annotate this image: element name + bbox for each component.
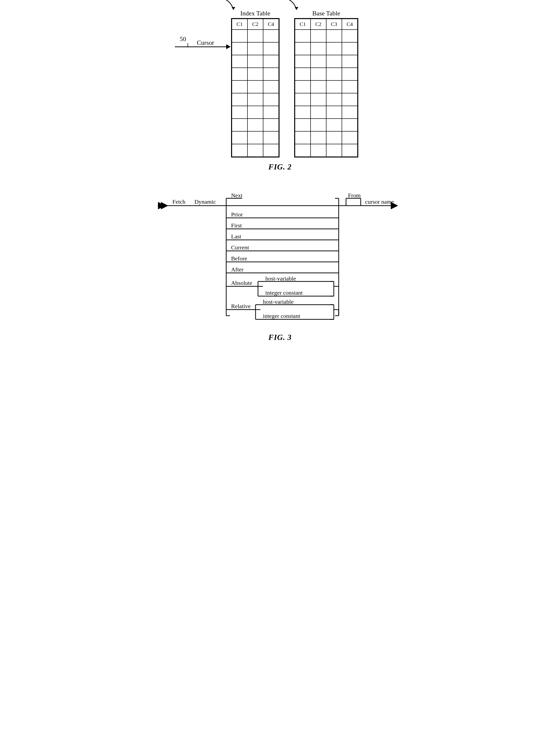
index-table: C1C2C4: [231, 18, 280, 157]
figure-2: 60 50 Cursor Index Table C1C2C4: [170, 10, 390, 171]
cell: [263, 42, 279, 55]
base-col-header: C1: [295, 19, 310, 29]
table-row: [295, 93, 358, 106]
cell: [326, 144, 342, 157]
cell: [326, 29, 342, 42]
table-row: [295, 29, 358, 42]
abs-hostvar: host-variable: [265, 275, 296, 282]
callout-50-label: 50: [180, 36, 186, 43]
callout-50: 50: [180, 36, 186, 43]
base-col-header: C4: [342, 19, 358, 29]
base-table-title: Base Table: [294, 10, 358, 17]
cell: [295, 131, 310, 144]
cell: [310, 119, 326, 131]
cell: [342, 106, 358, 119]
callout-60: 60: [221, 0, 228, 1]
cell: [247, 93, 263, 106]
cell: [326, 106, 342, 119]
cell: [342, 68, 358, 81]
cell: [310, 42, 326, 55]
cell: [326, 119, 342, 131]
fig3-caption: FIG. 3: [158, 333, 402, 342]
table-row: [232, 93, 279, 106]
from-keyword: From: [348, 192, 361, 198]
cell: [326, 93, 342, 106]
cell: [232, 81, 247, 93]
table-row: [232, 106, 279, 119]
figure-3: Fetch Dynamic Next Prior First Last Curr…: [158, 191, 402, 342]
table-row: [232, 42, 279, 55]
index-table-title: Index Table: [231, 10, 280, 17]
table-row: [295, 131, 358, 144]
table-row: [232, 68, 279, 81]
cell: [232, 119, 247, 131]
index-col-header: C1: [232, 19, 247, 29]
cell: [326, 68, 342, 81]
table-row: [295, 119, 358, 131]
base-col-header: C3: [326, 19, 342, 29]
cell: [342, 131, 358, 144]
opt-current: Current: [231, 244, 249, 251]
opt-prior: Prior: [231, 211, 243, 218]
cell: [263, 131, 279, 144]
cell: [295, 68, 310, 81]
index-col-header: C4: [263, 19, 279, 29]
cell: [342, 119, 358, 131]
cell: [295, 93, 310, 106]
table-row: [232, 29, 279, 42]
cell: [263, 81, 279, 93]
cell: [247, 29, 263, 42]
cell: [232, 93, 247, 106]
cell: [310, 29, 326, 42]
cell: [295, 42, 310, 55]
cell: [342, 81, 358, 93]
cell: [232, 42, 247, 55]
cursor-pointer: Cursor: [175, 46, 230, 47]
table-row: [232, 144, 279, 157]
cell: [232, 29, 247, 42]
fig2-caption: FIG. 2: [170, 163, 390, 171]
cell: [232, 68, 247, 81]
cell: [263, 106, 279, 119]
cell: [295, 29, 310, 42]
cell: [247, 131, 263, 144]
cell: [310, 131, 326, 144]
cell: [263, 29, 279, 42]
cell: [247, 119, 263, 131]
table-row: [295, 68, 358, 81]
callout-70: 70: [284, 0, 291, 1]
base-table: C1C2C3C4: [294, 18, 358, 157]
base-col-header: C2: [310, 19, 326, 29]
cell: [310, 55, 326, 68]
cell: [295, 144, 310, 157]
cell: [310, 81, 326, 93]
table-row: [295, 42, 358, 55]
abs-intconst: integer constant: [265, 290, 303, 296]
cell: [295, 106, 310, 119]
rel-intconst: integer constant: [263, 313, 300, 319]
opt-relative: Relative: [231, 303, 251, 309]
opt-after: After: [231, 266, 243, 273]
cell: [232, 55, 247, 68]
table-row: [295, 55, 358, 68]
cell: [232, 144, 247, 157]
svg-marker-1: [295, 7, 298, 10]
rel-hostvar: host-variable: [263, 299, 294, 305]
fetch-keyword: Fetch: [172, 198, 185, 205]
cell: [232, 106, 247, 119]
fig2-layout: 60 50 Cursor Index Table C1C2C4: [170, 10, 390, 157]
table-row: [295, 106, 358, 119]
opt-last: Last: [231, 233, 241, 240]
cell: [263, 55, 279, 68]
opt-before: Before: [231, 255, 247, 262]
table-row: [232, 81, 279, 93]
opt-absolute: Absolute: [231, 280, 252, 286]
cell: [342, 93, 358, 106]
index-col-header: C2: [247, 19, 263, 29]
cell: [326, 42, 342, 55]
cell: [263, 68, 279, 81]
svg-marker-0: [232, 7, 235, 10]
cell: [310, 68, 326, 81]
cell: [247, 55, 263, 68]
cell: [247, 106, 263, 119]
